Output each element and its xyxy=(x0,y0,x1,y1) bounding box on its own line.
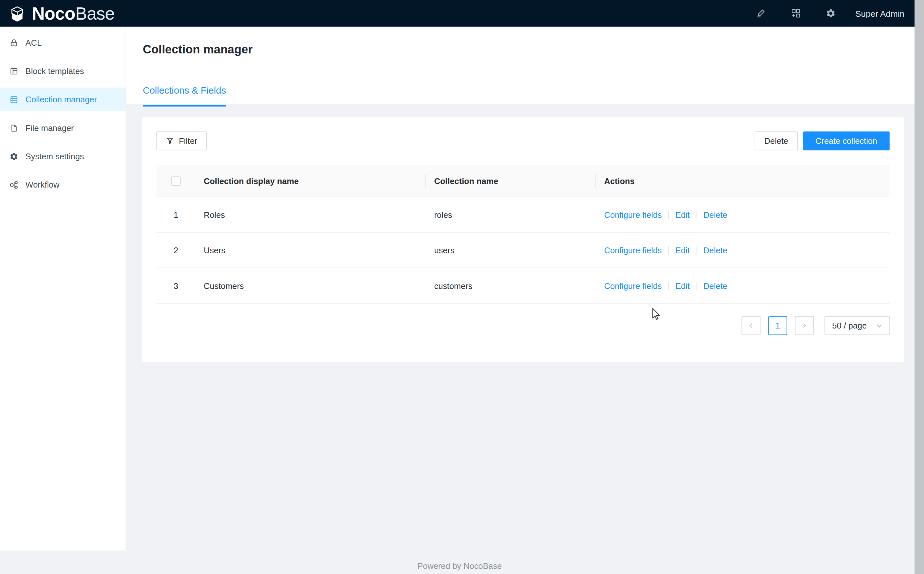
delete-link[interactable]: Delete xyxy=(703,281,727,290)
collections-table: Collection display name Collection name … xyxy=(156,165,890,304)
tab-bar: Collections & Fields xyxy=(143,85,226,105)
row-index: 3 xyxy=(156,268,196,303)
card-toolbar: Filter Delete Create collection xyxy=(156,131,890,150)
pagination-next-button[interactable] xyxy=(795,316,814,335)
sidebar-item-file-manager[interactable]: File manager xyxy=(0,116,126,140)
row-actions: Configure fields Edit Delete xyxy=(596,197,890,232)
sidebar-item-label: ACL xyxy=(25,38,41,47)
sidebar-item-collection-manager[interactable]: Collection manager xyxy=(0,88,126,111)
topbar-right: Super Admin xyxy=(750,0,924,27)
sidebar-item-block-templates[interactable]: Block templates xyxy=(0,59,126,83)
collection-name: roles xyxy=(426,197,596,232)
collection-display-name: Customers xyxy=(196,268,426,303)
action-divider xyxy=(696,210,697,219)
page-title: Collection manager xyxy=(143,43,253,56)
action-divider xyxy=(696,282,697,290)
highlighter-icon xyxy=(756,8,766,18)
row-actions: Configure fields Edit Delete xyxy=(596,268,890,303)
delete-link[interactable]: Delete xyxy=(703,210,727,219)
chevron-down-icon xyxy=(876,322,883,329)
plugin-add-icon xyxy=(791,8,801,18)
column-header-name: Collection name xyxy=(426,165,596,197)
select-all-checkbox[interactable] xyxy=(171,176,181,185)
page-header: Collection manager Collections & Fields xyxy=(126,27,915,105)
configure-fields-link[interactable]: Configure fields xyxy=(604,246,662,255)
pagination-prev-button[interactable] xyxy=(741,316,760,335)
page-scrollbar[interactable] xyxy=(915,0,924,574)
select-all-cell xyxy=(156,165,196,197)
page-size-value: 50 / page xyxy=(832,321,867,330)
configure-fields-link[interactable]: Configure fields xyxy=(604,281,662,290)
action-divider xyxy=(668,210,669,219)
edit-link[interactable]: Edit xyxy=(676,281,690,290)
create-collection-button[interactable]: Create collection xyxy=(803,131,889,150)
topbar: NocoBase Su xyxy=(0,0,924,27)
footer-text: Powered by NocoBase xyxy=(0,561,919,571)
gear-icon xyxy=(9,151,18,161)
tab-label: Collections & Fields xyxy=(143,85,226,95)
collections-card: Filter Delete Create collection Collecti… xyxy=(142,117,904,362)
edit-link[interactable]: Edit xyxy=(676,210,690,219)
tab-inkbar xyxy=(143,105,226,107)
action-divider xyxy=(668,282,669,290)
toolbar-actions: Delete Create collection xyxy=(755,131,889,150)
column-header-display-name: Collection display name xyxy=(196,165,426,197)
pagination: 1 50 / page xyxy=(156,316,890,335)
sidebar-item-label: Collection manager xyxy=(25,95,97,104)
ui-editor-button[interactable] xyxy=(750,0,772,27)
action-divider xyxy=(668,246,669,254)
table-row[interactable]: 2 Users users Configure fields Edit Dele… xyxy=(156,233,890,268)
table-row[interactable]: 3 Customers customers Configure fields E… xyxy=(156,268,890,303)
chevron-right-icon xyxy=(801,322,808,329)
sidebar-item-system-settings[interactable]: System settings xyxy=(0,145,126,168)
user-menu[interactable]: Super Admin xyxy=(855,9,905,18)
row-index: 2 xyxy=(156,233,196,268)
delete-button[interactable]: Delete xyxy=(755,131,798,150)
table-header-row: Collection display name Collection name … xyxy=(156,165,890,197)
filter-funnel-icon xyxy=(166,137,174,145)
sidebar-item-label: Block templates xyxy=(25,66,84,76)
collection-display-name: Roles xyxy=(196,197,426,232)
collection-display-name: Users xyxy=(196,233,426,268)
filter-button[interactable]: Filter xyxy=(156,131,207,150)
settings-button[interactable] xyxy=(820,0,842,27)
sidebar-item-acl[interactable]: ACL xyxy=(0,31,126,55)
column-header-actions: Actions xyxy=(596,165,890,197)
collection-name: users xyxy=(426,233,596,268)
database-icon xyxy=(9,95,18,104)
edit-link[interactable]: Edit xyxy=(676,246,690,255)
table-row[interactable]: 1 Roles roles Configure fields Edit Dele… xyxy=(156,197,890,233)
configure-fields-link[interactable]: Configure fields xyxy=(604,210,662,219)
sidebar-item-label: File manager xyxy=(25,123,74,132)
tab-collections-fields[interactable]: Collections & Fields xyxy=(143,85,226,105)
action-divider xyxy=(696,246,697,254)
sidebar-item-workflow[interactable]: Workflow xyxy=(0,173,126,197)
lock-icon xyxy=(9,38,18,47)
file-icon xyxy=(9,123,18,132)
brand-name: NocoBase xyxy=(32,0,114,27)
row-index: 1 xyxy=(156,197,196,232)
layout-icon xyxy=(9,66,18,76)
sidebar-item-label: System settings xyxy=(25,151,84,161)
sidebar: ACL Block templates xyxy=(0,27,126,550)
sidebar-item-label: Workflow xyxy=(25,180,59,189)
gear-icon xyxy=(826,8,836,18)
workflow-icon xyxy=(9,180,18,189)
delete-link[interactable]: Delete xyxy=(703,246,727,255)
tabbar-divider xyxy=(126,104,915,105)
row-actions: Configure fields Edit Delete xyxy=(596,233,890,268)
chevron-left-icon xyxy=(747,322,755,329)
page-size-select[interactable]: 50 / page xyxy=(824,316,889,335)
app-window: NocoBase Su xyxy=(0,0,924,574)
brand-logo[interactable]: NocoBase xyxy=(0,0,115,27)
plugin-manager-button[interactable] xyxy=(785,0,807,27)
collection-name: customers xyxy=(426,268,596,303)
pagination-page-1[interactable]: 1 xyxy=(768,316,787,335)
nocobase-cube-icon xyxy=(8,5,27,24)
